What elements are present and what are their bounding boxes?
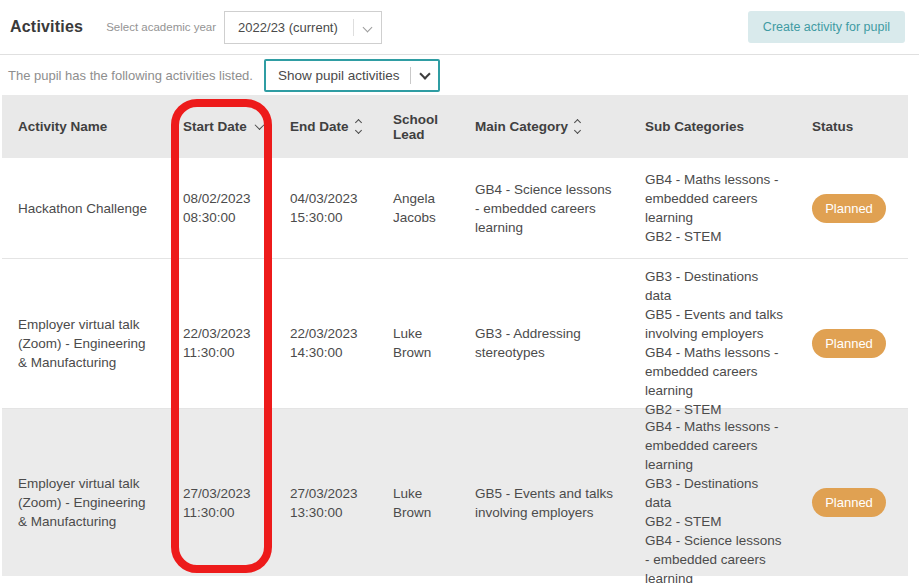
end-date-cell: 22/03/202314:30:00 — [274, 259, 377, 427]
divider — [353, 19, 354, 36]
sub-category-item: GB5 - Events and talks involving employe… — [645, 305, 786, 343]
school-lead-cell: Luke Brown — [377, 409, 459, 583]
end-date-cell: 27/03/202313:30:00 — [274, 409, 377, 583]
school-lead-cell: Luke Brown — [377, 259, 459, 427]
chevron-down-icon — [363, 22, 373, 32]
top-bar: Activities Select academic year 2022/23 … — [0, 0, 919, 55]
main-category-cell: GB4 - Science lessons - embedded careers… — [459, 158, 629, 258]
sub-category-item: GB4 - Science lessons - embedded careers… — [645, 531, 786, 583]
start-date-cell: 08/02/202308:30:00 — [167, 158, 274, 258]
column-header-start-date[interactable]: Start Date — [167, 95, 274, 158]
status-badge: Planned — [812, 329, 886, 358]
create-activity-button[interactable]: Create activity for pupil — [748, 11, 905, 43]
chevron-down-icon[interactable] — [419, 68, 430, 79]
sub-categories-cell: GB4 - Maths lessons - embedded careers l… — [629, 158, 796, 258]
status-cell: Planned — [796, 259, 908, 427]
sort-both-icon — [356, 120, 361, 133]
sub-category-item: GB4 - Maths lessons - embedded careers l… — [645, 343, 786, 400]
status-cell: Planned — [796, 409, 908, 583]
activity-name-cell: Employer virtual talk (Zoom) - Engineeri… — [2, 259, 167, 427]
academic-year-select[interactable]: 2022/23 (current) — [224, 11, 382, 44]
academic-year-value: 2022/23 (current) — [238, 20, 343, 35]
table-row: Employer virtual talk (Zoom) - Engineeri… — [2, 408, 908, 576]
academic-year-label: Select academic year — [106, 21, 216, 33]
start-date-cell: 22/03/202311:30:00 — [167, 259, 274, 427]
sort-both-icon — [575, 120, 580, 133]
sort-desc-icon — [254, 120, 264, 130]
page-title: Activities — [10, 18, 83, 36]
status-badge: Planned — [812, 194, 886, 223]
start-date-cell: 27/03/202311:30:00 — [167, 409, 274, 583]
show-pupil-activities-button[interactable]: Show pupil activities — [264, 59, 440, 92]
activity-name-cell: Hackathon Challenge — [2, 158, 167, 258]
activity-name-cell: Employer virtual talk (Zoom) - Engineeri… — [2, 409, 167, 583]
sub-category-item: GB2 - STEM — [645, 227, 786, 246]
table-header-row: Activity Name Start Date End Date School… — [2, 95, 908, 158]
sub-category-item: GB3 - Destinations data — [645, 267, 786, 305]
column-header-end-date[interactable]: End Date — [274, 95, 377, 158]
end-date-cell: 04/03/202315:30:00 — [274, 158, 377, 258]
table-row: Hackathon Challenge 08/02/202308:30:00 0… — [2, 158, 908, 258]
school-lead-cell: Angela Jacobs — [377, 158, 459, 258]
sub-category-item: GB3 - Destinations data — [645, 474, 786, 512]
sub-categories-cell: GB4 - Maths lessons - embedded careers l… — [629, 409, 796, 583]
sub-category-item: GB2 - STEM — [645, 512, 786, 531]
status-cell: Planned — [796, 158, 908, 258]
column-header-sub-categories: Sub Categories — [629, 95, 796, 158]
column-header-status: Status — [796, 95, 908, 158]
activities-toolbar: The pupil has the following activities l… — [0, 55, 919, 95]
sub-category-item: GB4 - Maths lessons - embedded careers l… — [645, 170, 786, 227]
activities-table: Activity Name Start Date End Date School… — [2, 95, 908, 576]
main-category-cell: GB5 - Events and talks involving employe… — [459, 409, 629, 583]
column-header-activity-name: Activity Name — [2, 95, 167, 158]
column-header-main-category[interactable]: Main Category — [459, 95, 629, 158]
divider — [410, 67, 411, 84]
sub-categories-cell: GB3 - Destinations dataGB5 - Events and … — [629, 259, 796, 427]
activities-description: The pupil has the following activities l… — [8, 68, 253, 83]
table-row: Employer virtual talk (Zoom) - Engineeri… — [2, 258, 908, 408]
main-category-cell: GB3 - Addressing stereotypes — [459, 259, 629, 427]
sub-category-item: GB4 - Maths lessons - embedded careers l… — [645, 417, 786, 474]
column-header-school-lead: School Lead — [377, 95, 459, 158]
status-badge: Planned — [812, 488, 886, 517]
